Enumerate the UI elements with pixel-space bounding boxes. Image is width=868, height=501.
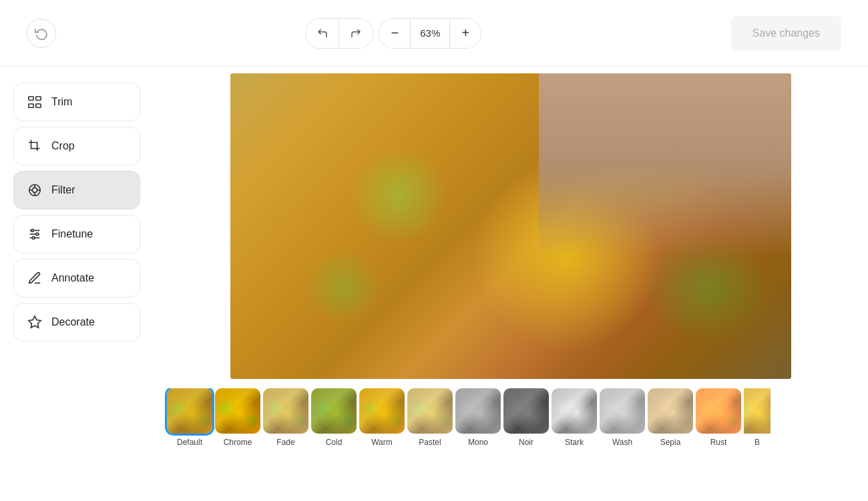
finetune-icon bbox=[27, 227, 42, 241]
zoom-group: − 63% + bbox=[379, 18, 481, 49]
filter-label-mono: Mono bbox=[468, 438, 488, 447]
filter-item-noir[interactable]: Noir bbox=[503, 388, 549, 447]
sidebar-item-crop-label: Crop bbox=[51, 140, 75, 152]
filter-thumb-wash bbox=[600, 388, 645, 434]
filter-icon bbox=[27, 183, 42, 197]
filter-item-stark[interactable]: Stark bbox=[552, 388, 597, 447]
filter-thumb-noir bbox=[503, 388, 549, 434]
thumb-rust bbox=[696, 388, 741, 434]
filter-label-cold: Cold bbox=[326, 438, 343, 447]
filter-label-sepia: Sepia bbox=[660, 438, 681, 447]
sidebar-item-decorate[interactable]: Decorate bbox=[13, 303, 140, 342]
filter-thumb-pastel bbox=[407, 388, 453, 434]
filter-label-b: B bbox=[754, 438, 760, 447]
svg-rect-0 bbox=[29, 97, 33, 101]
zoom-in-button[interactable]: + bbox=[450, 19, 481, 48]
filter-label-warm: Warm bbox=[371, 438, 393, 447]
crop-icon bbox=[27, 139, 42, 153]
thumb-stark bbox=[552, 388, 597, 434]
filter-item-wash[interactable]: Wash bbox=[600, 388, 645, 447]
sidebar-item-trim-label: Trim bbox=[51, 96, 72, 108]
annotate-icon bbox=[27, 271, 42, 286]
redo-button[interactable] bbox=[339, 19, 373, 48]
filter-label-chrome: Chrome bbox=[224, 438, 252, 447]
filter-label-wash: Wash bbox=[612, 438, 632, 447]
svg-point-14 bbox=[36, 233, 39, 235]
main-image bbox=[230, 73, 791, 379]
thumb-default bbox=[167, 388, 212, 434]
filter-strip: Default Chrome Fade bbox=[154, 388, 868, 447]
filter-item-rust[interactable]: Rust bbox=[696, 388, 741, 447]
sidebar-item-filter-label: Filter bbox=[51, 184, 75, 196]
undo-button[interactable] bbox=[306, 19, 339, 48]
filter-thumb-rust bbox=[696, 388, 741, 434]
zoom-value: 63% bbox=[410, 19, 450, 48]
trim-icon bbox=[27, 95, 42, 109]
filter-thumb-default bbox=[167, 388, 212, 434]
thumb-mono bbox=[455, 388, 501, 434]
filter-thumb-fade bbox=[263, 388, 308, 434]
filter-item-mono[interactable]: Mono bbox=[455, 388, 501, 447]
thumb-pastel bbox=[407, 388, 453, 434]
filter-label-noir: Noir bbox=[519, 438, 533, 447]
main: Trim Crop Filt bbox=[0, 67, 868, 501]
filter-thumb-warm bbox=[359, 388, 405, 434]
thumb-cold bbox=[311, 388, 357, 434]
filter-item-warm[interactable]: Warm bbox=[359, 388, 405, 447]
sidebar-item-crop[interactable]: Crop bbox=[13, 127, 140, 165]
svg-marker-16 bbox=[29, 316, 41, 328]
header: − 63% + Save changes bbox=[0, 0, 868, 67]
svg-rect-3 bbox=[36, 104, 41, 108]
thumb-wash bbox=[600, 388, 645, 434]
filter-label-rust: Rust bbox=[710, 438, 727, 447]
svg-point-13 bbox=[31, 229, 34, 232]
thumb-chrome bbox=[215, 388, 260, 434]
filter-thumb-chrome bbox=[215, 388, 260, 434]
filter-item-b[interactable]: B bbox=[744, 388, 771, 447]
decorate-icon bbox=[27, 315, 42, 330]
sidebar-item-trim[interactable]: Trim bbox=[13, 83, 140, 121]
zoom-out-button[interactable]: − bbox=[379, 19, 410, 48]
filter-label-default: Default bbox=[177, 438, 202, 447]
sidebar: Trim Crop Filt bbox=[0, 67, 154, 501]
thumb-sepia bbox=[648, 388, 693, 434]
thumb-noir bbox=[503, 388, 549, 434]
history-button[interactable] bbox=[27, 19, 56, 48]
header-center: − 63% + bbox=[305, 18, 481, 49]
sidebar-item-annotate-label: Annotate bbox=[51, 272, 94, 284]
sidebar-item-finetune[interactable]: Finetune bbox=[13, 215, 140, 254]
undo-redo-group bbox=[305, 18, 373, 49]
sidebar-item-finetune-label: Finetune bbox=[51, 228, 93, 240]
filter-thumb-b bbox=[744, 388, 771, 434]
filter-thumb-mono bbox=[455, 388, 501, 434]
svg-rect-2 bbox=[29, 104, 33, 108]
filter-label-fade: Fade bbox=[276, 438, 294, 447]
filter-label-pastel: Pastel bbox=[419, 438, 441, 447]
filter-label-stark: Stark bbox=[565, 438, 584, 447]
sidebar-item-annotate[interactable]: Annotate bbox=[13, 259, 140, 298]
thumb-fade bbox=[263, 388, 308, 434]
thumb-b bbox=[744, 388, 771, 434]
filter-item-chrome[interactable]: Chrome bbox=[215, 388, 260, 447]
svg-point-5 bbox=[32, 187, 37, 192]
filter-item-default[interactable]: Default bbox=[167, 388, 212, 447]
filter-thumb-stark bbox=[552, 388, 597, 434]
canvas-area: Default Chrome Fade bbox=[154, 67, 868, 501]
filter-thumb-sepia bbox=[648, 388, 693, 434]
thumb-warm bbox=[359, 388, 405, 434]
filter-item-pastel[interactable]: Pastel bbox=[407, 388, 453, 447]
sidebar-item-decorate-label: Decorate bbox=[51, 316, 95, 328]
filter-item-cold[interactable]: Cold bbox=[311, 388, 357, 447]
filter-item-sepia[interactable]: Sepia bbox=[648, 388, 693, 447]
image-canvas bbox=[230, 73, 791, 379]
sidebar-item-filter[interactable]: Filter bbox=[13, 171, 140, 209]
filter-item-fade[interactable]: Fade bbox=[263, 388, 308, 447]
svg-point-15 bbox=[32, 237, 35, 239]
header-left bbox=[27, 19, 56, 48]
save-changes-button[interactable]: Save changes bbox=[731, 16, 841, 51]
svg-rect-1 bbox=[36, 97, 41, 101]
filter-thumb-cold bbox=[311, 388, 357, 434]
